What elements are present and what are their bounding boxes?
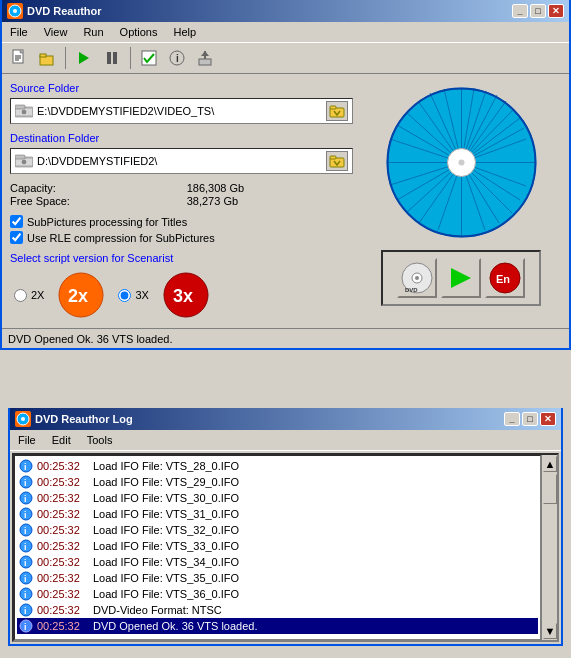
log-entry: i 00:25:32Load IFO File: VTS_34_0.IFO xyxy=(17,554,538,570)
radio-2x[interactable] xyxy=(14,289,27,302)
toolbar-play-button[interactable] xyxy=(71,46,97,70)
log-entry-icon: i xyxy=(19,459,33,473)
log-entry-icon: i xyxy=(19,539,33,553)
source-drive-icon xyxy=(15,104,33,118)
close-button[interactable]: ✕ xyxy=(548,4,564,18)
svg-text:i: i xyxy=(24,542,27,552)
svg-text:DVD: DVD xyxy=(405,287,418,293)
log-minimize-button[interactable]: _ xyxy=(504,412,520,426)
rle-checkbox-row: Use RLE compression for SubPictures xyxy=(10,231,353,244)
log-content[interactable]: i 00:25:32Load IFO File: VTS_28_0.IFO i … xyxy=(14,455,541,640)
scroll-thumb[interactable] xyxy=(543,474,557,504)
svg-point-64 xyxy=(458,159,464,165)
title-bar-left: DVD Reauthor xyxy=(7,3,102,19)
dvd-action-button[interactable]: DVD xyxy=(397,258,437,298)
right-panel: DVD En xyxy=(361,82,561,320)
scroll-up-button[interactable]: ▲ xyxy=(543,456,557,472)
svg-rect-21 xyxy=(15,105,25,109)
toolbar-check-button[interactable] xyxy=(136,46,162,70)
radio-3x[interactable] xyxy=(118,289,131,302)
subpictures-checkbox-row: SubPictures processing for Titles xyxy=(10,215,353,228)
log-timestamp: 00:25:32 xyxy=(37,508,89,520)
toolbar-pause-button[interactable] xyxy=(99,46,125,70)
main-title-bar: DVD Reauthor _ □ ✕ xyxy=(2,0,569,22)
radio-3x-option: 3X xyxy=(118,289,148,302)
svg-point-74 xyxy=(21,417,25,421)
dest-browse-button[interactable] xyxy=(326,151,348,171)
log-entry: i 00:25:32Load IFO File: VTS_31_0.IFO xyxy=(17,506,538,522)
capacity-label: Capacity: xyxy=(10,182,179,194)
status-text: DVD Opened Ok. 36 VTS loaded. xyxy=(8,333,172,345)
maximize-button[interactable]: □ xyxy=(530,4,546,18)
log-message: Load IFO File: VTS_32_0.IFO xyxy=(93,524,239,536)
log-menu-bar: File Edit Tools xyxy=(10,430,561,451)
icon-2x: 2x xyxy=(56,270,106,320)
log-content-wrapper: i 00:25:32Load IFO File: VTS_28_0.IFO i … xyxy=(12,453,559,642)
export-icon xyxy=(196,49,214,67)
dest-folder-label: Destination Folder xyxy=(10,132,353,144)
log-entry-icon: i xyxy=(19,619,33,633)
main-window-title: DVD Reauthor xyxy=(27,5,102,17)
action-buttons-panel: DVD En xyxy=(381,250,541,306)
log-entry: i 00:25:32Load IFO File: VTS_32_0.IFO xyxy=(17,522,538,538)
svg-text:i: i xyxy=(24,574,27,584)
menu-file[interactable]: File xyxy=(2,24,36,40)
log-timestamp: 00:25:32 xyxy=(37,620,89,632)
menu-bar: File View Run Options Help xyxy=(2,22,569,43)
script-label: Select script version for Scenarist xyxy=(10,252,353,264)
log-entry-icon: i xyxy=(19,587,33,601)
capacity-grid: Capacity: 186,308 Gb Free Space: 38,273 … xyxy=(10,182,353,207)
log-timestamp: 00:25:32 xyxy=(37,540,89,552)
play-action-button[interactable] xyxy=(441,258,481,298)
toolbar-info-button[interactable]: i xyxy=(164,46,190,70)
log-title-bar-buttons: _ □ ✕ xyxy=(504,412,556,426)
toolbar-open-button[interactable] xyxy=(34,46,60,70)
toolbar-new-button[interactable] xyxy=(6,46,32,70)
check-icon xyxy=(140,49,158,67)
svg-text:i: i xyxy=(24,510,27,520)
scroll-track xyxy=(542,473,557,622)
log-timestamp: 00:25:32 xyxy=(37,588,89,600)
scroll-down-button[interactable]: ▼ xyxy=(543,623,557,639)
log-menu-tools[interactable]: Tools xyxy=(79,432,121,448)
log-window: DVD Reauthor Log _ □ ✕ File Edit Tools i… xyxy=(8,408,563,646)
open-icon xyxy=(38,49,56,67)
svg-rect-29 xyxy=(330,156,336,159)
log-close-button[interactable]: ✕ xyxy=(540,412,556,426)
log-title-bar: DVD Reauthor Log _ □ ✕ xyxy=(10,408,561,430)
log-menu-edit[interactable]: Edit xyxy=(44,432,79,448)
source-browse-button[interactable] xyxy=(326,101,348,121)
minimize-button[interactable]: _ xyxy=(512,4,528,18)
subpictures-checkbox[interactable] xyxy=(10,215,23,228)
log-entry: i 00:25:32DVD Opened Ok. 36 VTS loaded. xyxy=(17,618,538,634)
app-icon xyxy=(7,3,23,19)
encode-action-button[interactable]: En xyxy=(485,258,525,298)
menu-help[interactable]: Help xyxy=(166,24,205,40)
svg-text:i: i xyxy=(24,558,27,568)
source-folder-label: Source Folder xyxy=(10,82,353,94)
svg-marker-9 xyxy=(79,52,89,64)
svg-text:2x: 2x xyxy=(68,286,88,306)
rle-checkbox[interactable] xyxy=(10,231,23,244)
log-scrollbar[interactable]: ▲ ▼ xyxy=(541,455,557,640)
menu-options[interactable]: Options xyxy=(112,24,166,40)
freespace-value: 38,273 Gb xyxy=(187,195,353,207)
menu-run[interactable]: Run xyxy=(75,24,111,40)
svg-point-20 xyxy=(22,110,26,114)
menu-view[interactable]: View xyxy=(36,24,76,40)
radio-2x-label: 2X xyxy=(31,289,44,301)
icon-3x: 3x xyxy=(161,270,211,320)
svg-text:3x: 3x xyxy=(173,286,193,306)
dest-folder-path: D:\DVDDEMYSTIFIED2\ xyxy=(37,155,322,167)
log-entry: i 00:25:32Load IFO File: VTS_29_0.IFO xyxy=(17,474,538,490)
toolbar-separator-2 xyxy=(130,47,131,69)
log-timestamp: 00:25:32 xyxy=(37,524,89,536)
log-menu-file[interactable]: File xyxy=(10,432,44,448)
dvd-icon: DVD xyxy=(400,261,434,295)
svg-rect-8 xyxy=(40,54,46,57)
log-maximize-button[interactable]: □ xyxy=(522,412,538,426)
log-message: DVD Opened Ok. 36 VTS loaded. xyxy=(93,620,257,632)
toolbar-export-button[interactable] xyxy=(192,46,218,70)
log-entry: i 00:25:32Load IFO File: VTS_36_0.IFO xyxy=(17,586,538,602)
log-entry-icon: i xyxy=(19,571,33,585)
